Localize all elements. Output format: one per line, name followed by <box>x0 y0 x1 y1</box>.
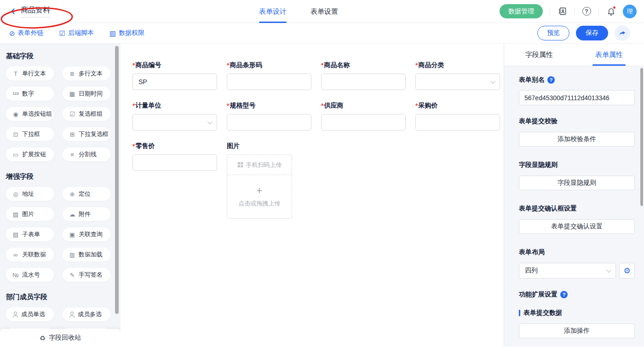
properties-scrollbar[interactable] <box>640 68 643 206</box>
back-button[interactable] <box>9 7 17 15</box>
field-type-attachment[interactable]: ☁附件 <box>63 207 110 221</box>
text-icon: T <box>12 71 19 77</box>
field-recycle-bin[interactable]: ♻ 字段回收站 <box>0 329 121 347</box>
field-type-address[interactable]: ◎地址 <box>6 187 54 201</box>
sidebar-scrollbar[interactable] <box>115 46 119 314</box>
serial-icon: № <box>12 272 19 278</box>
field-type-datetime[interactable]: ▦日期时间 <box>63 87 110 101</box>
form-alias-input[interactable]: 567ed45300d71112d4013346 <box>519 90 635 105</box>
multi-dropdown-icon: ⊞ <box>69 131 76 137</box>
dropdown-icon: ⊡ <box>12 131 19 137</box>
form-field-spec-model[interactable]: *规格型号 <box>227 101 311 131</box>
add-submit-action-button[interactable]: 添加操作 <box>519 324 635 338</box>
properties-tabs: 字段属性 表单属性 <box>504 44 644 66</box>
tab-form-design[interactable]: 表单设计 <box>259 0 287 23</box>
field-type-radio-group[interactable]: ◉单选按钮组 <box>6 107 54 121</box>
field-type-relation-query[interactable]: ▣关联查询 <box>63 228 110 241</box>
submit-confirm-heading: 表单提交确认框设置 <box>519 205 635 213</box>
field-type-number[interactable]: 123数字 <box>6 87 54 101</box>
field-visibility-heading: 字段显隐规则 <box>519 161 635 169</box>
title-area: 商品资料 <box>0 6 50 17</box>
field-type-serial-number[interactable]: №流水号 <box>6 268 54 282</box>
help-icon[interactable] <box>581 6 592 17</box>
toolbar-actions: 预览 保存 <box>537 25 644 41</box>
tab-field-properties[interactable]: 字段属性 <box>504 44 574 66</box>
form-layout-select[interactable]: 四列 <box>519 263 616 279</box>
field-visibility-button[interactable]: 字段显隐规则 <box>519 176 635 190</box>
top-bar: 商品资料 表单设计 表单设置 数据管理 理 <box>0 0 644 23</box>
number-icon: 123 <box>12 92 19 96</box>
field-label: 供应商 <box>324 102 343 110</box>
user-avatar[interactable]: 理 <box>623 5 637 18</box>
category-select[interactable] <box>415 74 500 90</box>
form-field-product-name[interactable]: *商品名称 <box>321 61 406 90</box>
field-label: 商品条形码 <box>230 61 262 69</box>
field-type-extend-button[interactable]: ▭扩展按钮 <box>6 148 54 161</box>
tab-form-properties[interactable]: 表单属性 <box>574 44 644 66</box>
data-permission-link[interactable]: ▥ 数据权限 <box>109 29 144 37</box>
chart-icon: ▥ <box>69 252 76 258</box>
backend-script-link[interactable]: ☑ 后端脚本 <box>59 29 94 37</box>
field-type-data-load[interactable]: ▥数据加载 <box>63 248 110 262</box>
scan-upload-button[interactable]: 手机扫码上传 <box>227 155 292 175</box>
field-type-location[interactable]: ⊕定位 <box>63 187 110 201</box>
form-external-link[interactable]: ⊘ 表单外链 <box>9 29 44 37</box>
field-type-member-single[interactable]: 成员单选 <box>6 307 54 321</box>
field-type-signature[interactable]: ✎手写签名 <box>63 268 110 282</box>
save-button[interactable]: 保存 <box>576 26 608 40</box>
form-field-supplier[interactable]: *供应商 <box>321 101 406 131</box>
field-type-multi-dropdown[interactable]: ⊞下拉复选框 <box>63 127 110 141</box>
tab-form-settings[interactable]: 表单设置 <box>310 0 338 23</box>
product-code-input[interactable]: SP <box>132 74 217 90</box>
checkbox-icon: ☑ <box>69 111 76 117</box>
spec-model-input[interactable] <box>227 114 311 131</box>
preview-button[interactable]: 预览 <box>537 26 569 40</box>
divider <box>550 8 550 15</box>
unit-select[interactable] <box>132 114 217 131</box>
share-button[interactable] <box>615 25 630 41</box>
field-type-multi-line-text[interactable]: ≣多行文本 <box>63 67 110 80</box>
help-icon[interactable] <box>547 76 555 84</box>
divider-icon: ≡ <box>69 152 76 158</box>
field-type-divider[interactable]: ≡分割线 <box>63 148 110 161</box>
form-title[interactable]: 商品资料 <box>21 6 50 17</box>
extension-settings-heading: 功能扩展设置 <box>519 290 635 299</box>
layout-settings-button[interactable]: ⚙ <box>619 263 635 279</box>
submit-confirm-button[interactable]: 表单提交确认设置 <box>519 219 635 234</box>
field-type-subform[interactable]: ▤子表单 <box>6 228 54 241</box>
form-field-purchase-price[interactable]: *采购价 <box>415 101 500 131</box>
chevron-down-icon <box>490 79 495 84</box>
submit-data-group-heading: 表单提交数据 <box>519 309 635 317</box>
form-field-category[interactable]: *商品分类 <box>415 61 500 90</box>
barcode-input[interactable] <box>227 74 311 90</box>
drop-upload-zone[interactable]: + 点击或拖拽上传 <box>227 175 292 218</box>
help-icon[interactable] <box>560 291 568 298</box>
address-book-icon[interactable] <box>557 6 567 17</box>
field-type-relation-data[interactable]: ∞关联数据 <box>6 248 54 262</box>
notification-bell-icon[interactable] <box>606 6 616 17</box>
field-type-member-multi[interactable]: 成员多选 <box>63 307 110 321</box>
field-type-checkbox-group[interactable]: ☑复选框组 <box>63 107 110 121</box>
form-field-unit[interactable]: *计量单位 <box>132 101 217 131</box>
toolbar-links: ⊘ 表单外链 ☑ 后端脚本 ▥ 数据权限 <box>0 29 144 37</box>
purchase-price-input[interactable] <box>415 114 500 131</box>
form-field-retail-price[interactable]: *零售价 <box>132 142 217 219</box>
form-field-image[interactable]: 图片 手机扫码上传 + 点击或拖拽上传 <box>227 142 311 219</box>
form-field-barcode[interactable]: *商品条形码 <box>227 61 311 90</box>
form-field-product-code[interactable]: *商品编号 SP <box>132 61 217 90</box>
form-toolbar: ⊘ 表单外链 ☑ 后端脚本 ▥ 数据权限 预览 保存 <box>0 23 644 44</box>
qr-code-icon <box>237 162 243 168</box>
supplier-input[interactable] <box>321 114 406 131</box>
link-icon: ⊘ <box>9 30 15 37</box>
field-type-image[interactable]: ▨图片 <box>6 207 54 221</box>
add-validation-button[interactable]: 添加校验条件 <box>519 132 635 147</box>
person-icon <box>12 312 18 318</box>
plus-icon: + <box>257 186 263 196</box>
product-name-input[interactable] <box>321 74 406 90</box>
field-type-single-line-text[interactable]: T单行文本 <box>6 67 54 80</box>
form-canvas[interactable]: *商品编号 SP *商品条形码 *商品名称 *商品分类 *计量单位 *规格型号 <box>121 44 504 347</box>
field-label: 商品名称 <box>324 61 350 69</box>
retail-price-input[interactable] <box>132 154 217 171</box>
data-manage-button[interactable]: 数据管理 <box>500 4 543 18</box>
field-type-dropdown[interactable]: ⊡下拉框 <box>6 127 54 141</box>
